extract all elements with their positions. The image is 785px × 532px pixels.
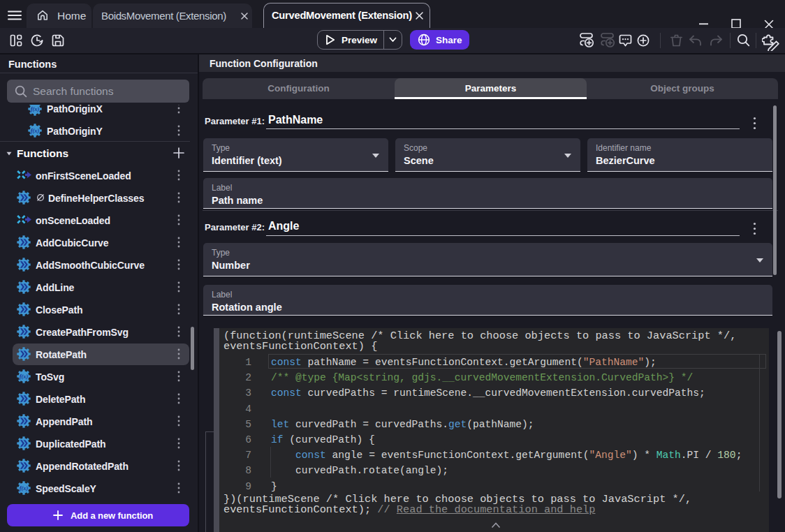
- svg-text:f(x): f(x): [20, 485, 29, 492]
- svg-text:f(x): f(x): [31, 127, 40, 134]
- svg-text:f(x): f(x): [20, 373, 29, 380]
- svg-text:f(x): f(x): [31, 105, 40, 112]
